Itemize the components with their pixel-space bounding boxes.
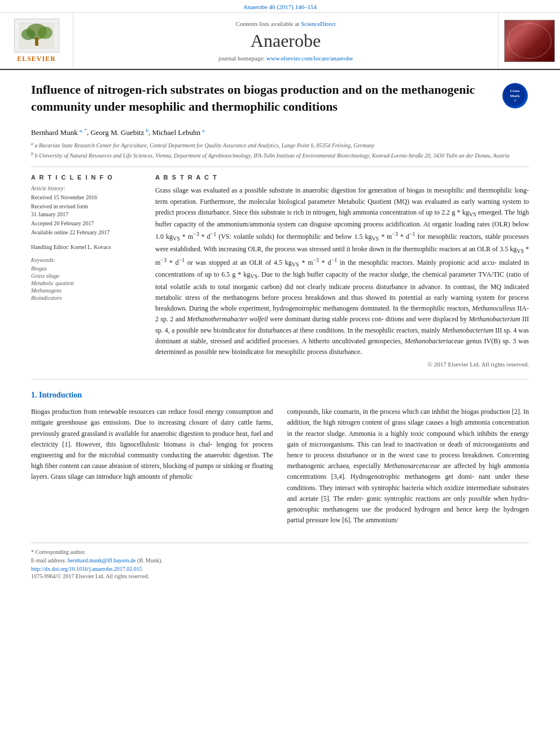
divider-2 [31,379,529,379]
email-label: E-mail address: [31,557,66,563]
email-line: E-mail address: bernhard.munk@lfl.bayern… [31,557,529,563]
email-link[interactable]: bernhard.munk@lfl.bayern.de [68,557,136,563]
elsevier-wordmark: ELSEVIER [17,55,56,63]
keyword-bioindicators: Bioindicators [31,295,141,301]
issn-line: 1075-9964/© 2017 Elsevier Ltd. All right… [31,573,529,579]
aff-sup-a: a [31,141,33,146]
author-munk-sup: a, * [80,127,87,133]
svg-text:Cross: Cross [510,89,520,93]
svg-point-3 [21,29,35,40]
author-munk: Bernhard Munk a, * [31,128,87,137]
corresponding-note-text: * Corresponding author. [31,549,86,555]
author-lebuhn: Michael Lebuhn a [152,128,204,137]
article-footer: * Corresponding author. E-mail address: … [31,543,529,579]
affiliation-a-text: a Bavarian State Research Center for Agr… [35,142,375,148]
keyword-biogas: Biogas [31,265,141,272]
svg-text:Mark: Mark [510,94,519,98]
main-content: Influence of nitrogen-rich substrates on… [0,70,560,591]
homepage-label: journal homepage: [218,55,265,62]
email-suffix: (B. Munk). [137,557,163,563]
journal-header: ELSEVIER Contents lists available at Sci… [0,13,560,70]
elsevier-logo-graphic [14,19,59,53]
abstract-text: Grass silage was evaluated as a possible… [155,185,529,357]
article-title-section: Influence of nitrogen-rich substrates on… [31,81,529,120]
crossmark-badge[interactable]: Cross Mark ✓ [501,81,529,110]
intro-number: 1. [31,391,37,399]
introduction-section: 1. Introduction Biogas production from r… [31,391,529,526]
journal-title: Anaerobe [251,30,321,51]
author-guebitz: Georg M. Guebitz b [90,128,148,137]
svg-text:✓: ✓ [514,99,517,102]
homepage-line: journal homepage: www.elsevier.com/locat… [218,55,353,62]
intro-col-left: Biogas production from renewable resourc… [31,407,273,526]
corresponding-author-note: * Corresponding author. [31,549,529,555]
journal-cover-thumbnail [504,20,555,62]
intro-col-right: compounds, like coumarin, in the process… [287,407,530,526]
available-date: Available online 22 February 2017 [31,229,141,237]
journal-reference-bar: Anaerobe 46 (2017) 146–154 [0,0,560,13]
sciencedirect-link[interactable]: ScienceDirect [301,20,336,27]
received-revised-date: Received in revised form31 January 2017 [31,203,141,219]
journal-thumbnail-section [498,13,560,69]
article-info-abstract-section: A R T I C L E I N F O Article history: R… [31,174,529,368]
article-title: Influence of nitrogen-rich substrates on… [31,81,492,115]
elsevier-logo-section: ELSEVIER [0,13,73,69]
keyword-grass-silage: Grass silage [31,273,141,279]
article-info-heading: A R T I C L E I N F O [31,174,141,181]
history-label: Article history: [31,185,141,191]
copyright-line: © 2017 Elsevier Ltd. All rights reserved… [155,361,529,368]
article-info-column: A R T I C L E I N F O Article history: R… [31,174,141,368]
handling-editor: Handling Editor: Kornel L. Kovacs [31,243,141,251]
keyword-metabolic-quotient: Metabolic quotient [31,280,141,286]
accepted-date: Accepted 20 February 2017 [31,220,141,228]
abstract-column: A B S T R A C T Grass silage was evaluat… [155,174,529,368]
author-lebuhn-sup: a [202,127,204,133]
article-history-block: Article history: Received 15 November 20… [31,185,141,237]
crossmark-icon: Cross Mark ✓ [502,83,528,108]
doi-line[interactable]: http://dx.doi.org/10.1016/j.anaerobe.201… [31,566,529,572]
intro-two-col: Biogas production from renewable resourc… [31,407,529,526]
intro-heading: Introduction [39,391,82,399]
keywords-block: Keywords: Biogas Grass silage Metabolic … [31,257,141,301]
section-heading-intro: 1. Introduction [31,391,529,400]
aff-sup-b: b [31,151,33,156]
contents-text: Contents lists available at [235,20,299,27]
intro-text-left: Biogas production from renewable resourc… [31,407,273,482]
affiliation-b-text: b University of Natural Resources and Li… [35,152,510,159]
elsevier-logo: ELSEVIER [14,19,59,63]
homepage-url[interactable]: www.elsevier.com/locate/anaerobe [266,55,353,62]
contents-available-line: Contents lists available at ScienceDirec… [235,20,335,27]
journal-ref-text: Anaerobe 46 (2017) 146–154 [243,3,317,10]
intro-text-right: compounds, like coumarin, in the process… [287,407,530,526]
affiliation-b: b b University of Natural Resources and … [31,151,529,160]
keyword-methanogens: Methanogens [31,287,141,294]
svg-point-4 [38,27,53,39]
doi-text: http://dx.doi.org/10.1016/j.anaerobe.201… [31,566,142,572]
abstract-heading: A B S T R A C T [155,174,529,181]
elsevier-tree-icon [17,20,56,51]
page: Anaerobe 46 (2017) 146–154 ELSEVIER [0,0,560,747]
divider-1 [31,167,529,167]
author-guebitz-sup: b [146,127,148,133]
affiliations-block: a a Bavarian State Research Center for A… [31,141,529,160]
authors-line: Bernhard Munk a, *, Georg M. Guebitz b, … [31,127,529,137]
affiliation-a: a a Bavarian State Research Center for A… [31,141,529,150]
keywords-label: Keywords: [31,257,141,263]
svg-rect-2 [35,37,38,46]
journal-header-center: Contents lists available at ScienceDirec… [73,13,498,69]
received-date: Received 15 November 2016 [31,194,141,202]
